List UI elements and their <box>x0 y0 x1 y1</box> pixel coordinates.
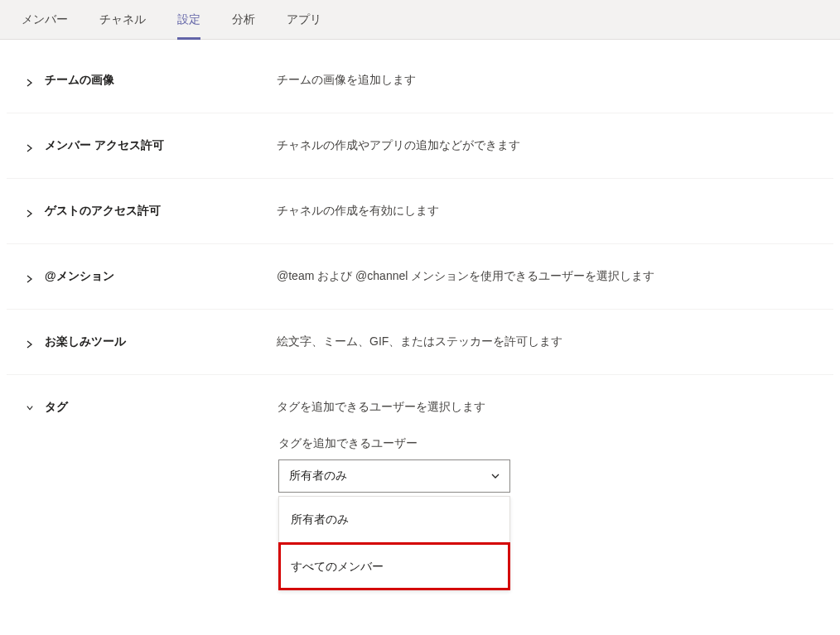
tags-field-label: タグを追加できるユーザー <box>278 436 818 451</box>
option-all-members[interactable]: すべてのメンバー <box>279 543 509 589</box>
tab-channels[interactable]: チャネル <box>84 0 161 40</box>
tab-analytics[interactable]: 分析 <box>217 0 270 40</box>
caret-right-icon <box>27 79 33 86</box>
caret-right-icon <box>27 145 33 152</box>
section-label: チームの画像 <box>45 73 277 88</box>
select-value: 所有者のみ <box>289 469 347 483</box>
section-mentions[interactable]: @メンション @team および @channel メンションを使用できるユーザ… <box>7 244 833 310</box>
section-desc: チャネルの作成やアプリの追加などができます <box>277 138 520 153</box>
tags-user-dropdown: 所有者のみ すべてのメンバー <box>278 496 510 590</box>
tab-apps[interactable]: アプリ <box>272 0 336 40</box>
tab-members[interactable]: メンバー <box>7 0 83 40</box>
caret-right-icon <box>27 341 33 348</box>
section-label: お楽しみツール <box>45 334 277 349</box>
tags-user-select[interactable]: 所有者のみ <box>278 459 510 493</box>
caret-right-icon <box>27 210 33 217</box>
section-label: メンバー アクセス許可 <box>45 138 277 153</box>
caret-down-icon[interactable] <box>27 405 33 411</box>
tab-settings[interactable]: 設定 <box>162 0 215 40</box>
chevron-down-icon <box>490 470 501 482</box>
section-fun-stuff[interactable]: お楽しみツール 絵文字、ミーム、GIF、またはステッカーを許可します <box>7 310 833 375</box>
tabs-bar: メンバー チャネル 設定 分析 アプリ <box>0 0 840 40</box>
settings-panel: チームの画像 チームの画像を追加します メンバー アクセス許可 チャネルの作成や… <box>0 40 840 631</box>
section-desc: @team および @channel メンションを使用できるユーザーを選択します <box>277 269 654 284</box>
section-member-perms[interactable]: メンバー アクセス許可 チャネルの作成やアプリの追加などができます <box>7 113 833 179</box>
section-label: @メンション <box>45 269 277 284</box>
section-label: タグ <box>45 400 277 415</box>
section-guest-perms[interactable]: ゲストのアクセス許可 チャネルの作成を有効にします <box>7 179 833 244</box>
section-label: ゲストのアクセス許可 <box>45 204 277 219</box>
option-owners-only[interactable]: 所有者のみ <box>279 497 509 543</box>
section-desc: 絵文字、ミーム、GIF、またはステッカーを許可します <box>277 334 562 349</box>
section-desc: タグを追加できるユーザーを選択します <box>277 400 485 415</box>
section-team-image[interactable]: チームの画像 チームの画像を追加します <box>7 48 833 113</box>
section-desc: チャネルの作成を有効にします <box>277 204 439 219</box>
section-tags: タグ タグを追加できるユーザーを選択します タグを追加できるユーザー 所有者のみ… <box>7 375 833 631</box>
section-desc: チームの画像を追加します <box>277 73 416 88</box>
caret-right-icon <box>27 276 33 282</box>
